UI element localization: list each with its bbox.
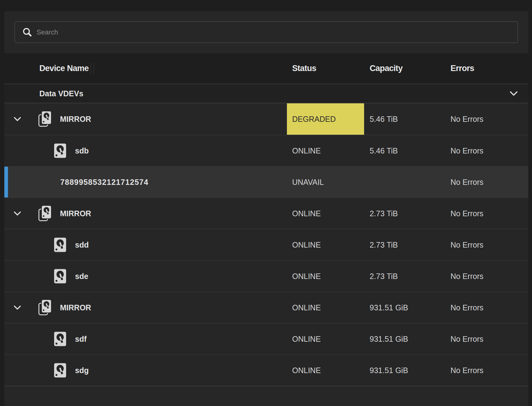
status-value: DEGRADED [292, 115, 336, 124]
capacity-cell [370, 167, 445, 197]
capacity-cell: 2.73 TiB [370, 261, 445, 292]
device-name-label: 7889958532121712574 [60, 178, 149, 187]
errors-value: No Errors [451, 303, 483, 312]
errors-value: No Errors [451, 241, 483, 249]
column-resize-handle[interactable] [90, 63, 94, 74]
device-name-cell: sdb [4, 135, 287, 166]
hard-disk-icon [54, 332, 66, 346]
table-row-mirror[interactable]: MIRROR ONLINE 2.73 TiB No Errors [4, 197, 528, 229]
chevron-down-icon[interactable] [510, 91, 518, 96]
device-name-label: MIRROR [60, 209, 91, 218]
capacity-cell: 931.51 GiB [370, 324, 445, 354]
expand-toggle-button[interactable] [12, 303, 22, 312]
capacity-value: 2.73 TiB [370, 209, 398, 218]
mirror-disks-icon [38, 206, 51, 221]
hard-disk-icon [54, 238, 66, 252]
device-rows: MIRROR DEGRADED 5.46 TiB No Errors sdb O… [4, 103, 528, 386]
column-header-status[interactable]: Status [292, 53, 316, 84]
hard-disk-icon [54, 363, 66, 378]
errors-cell: No Errors [451, 229, 528, 260]
status-cell: UNAVAIL [287, 167, 364, 197]
column-header-capacity[interactable]: Capacity [370, 53, 403, 84]
errors-value: No Errors [451, 335, 483, 344]
device-name-label: sdf [75, 335, 87, 344]
search-input[interactable]: Search [14, 21, 518, 43]
status-cell: ONLINE [287, 355, 364, 386]
capacity-value: 2.73 TiB [370, 241, 398, 249]
group-row-label: Data VDEVs [39, 89, 83, 98]
status-value: ONLINE [292, 335, 321, 344]
table-row-7889958532121712574[interactable]: 7889958532121712574 UNAVAIL No Errors [4, 166, 528, 197]
device-name-label: MIRROR [60, 115, 91, 124]
status-cell: ONLINE [287, 229, 364, 260]
chevron-down-icon [14, 211, 21, 216]
capacity-cell: 5.46 TiB [370, 135, 445, 166]
expand-toggle-button[interactable] [12, 209, 22, 218]
errors-value: No Errors [451, 272, 483, 281]
capacity-cell: 931.51 GiB [370, 292, 445, 323]
errors-value: No Errors [451, 209, 483, 218]
errors-cell: No Errors [451, 355, 528, 386]
device-name-cell: sde [4, 261, 287, 292]
errors-value: No Errors [451, 178, 483, 187]
hard-disk-icon [54, 269, 66, 284]
errors-cell: No Errors [451, 167, 528, 197]
device-name-cell: MIRROR [4, 292, 287, 323]
capacity-value: 2.73 TiB [370, 272, 398, 281]
device-name-cell: sdg [4, 355, 287, 386]
device-name-label: sdg [75, 366, 89, 375]
device-name-cell: MIRROR [4, 103, 287, 135]
mirror-disks-icon [38, 111, 51, 127]
device-name-cell: sdf [4, 324, 287, 354]
device-name-cell: sdd [4, 229, 287, 260]
expand-toggle-button[interactable] [12, 114, 22, 124]
errors-value: No Errors [451, 146, 483, 155]
table-row-sdb[interactable]: sdb ONLINE 5.46 TiB No Errors [4, 135, 528, 166]
errors-cell: No Errors [451, 198, 528, 229]
devices-panel: Search Device Name Status Capacity Error… [4, 11, 528, 406]
table-row-sde[interactable]: sde ONLINE 2.73 TiB No Errors [4, 260, 528, 292]
status-cell: ONLINE [287, 261, 364, 292]
mirror-disks-icon [38, 300, 51, 315]
table-row-mirror[interactable]: MIRROR ONLINE 931.51 GiB No Errors [4, 292, 528, 323]
table-header: Device Name Status Capacity Errors [4, 53, 528, 84]
device-name-label: sdb [75, 146, 89, 155]
status-value: ONLINE [292, 366, 321, 375]
status-value: ONLINE [292, 209, 321, 218]
errors-value: No Errors [451, 366, 483, 375]
status-cell: ONLINE [287, 324, 364, 354]
status-value: ONLINE [292, 146, 321, 155]
errors-cell: No Errors [451, 103, 528, 135]
table-row-mirror[interactable]: MIRROR DEGRADED 5.46 TiB No Errors [4, 103, 528, 135]
errors-cell: No Errors [451, 261, 528, 292]
table-row-sdg[interactable]: sdg ONLINE 931.51 GiB No Errors [4, 354, 528, 386]
device-name-label: sdd [75, 241, 89, 249]
search-icon [22, 27, 33, 38]
device-name-label: sde [75, 272, 88, 281]
column-header-errors[interactable]: Errors [451, 53, 474, 84]
capacity-value: 5.46 TiB [370, 115, 398, 124]
capacity-value: 931.51 GiB [370, 366, 408, 375]
status-value: ONLINE [292, 241, 321, 249]
capacity-cell: 2.73 TiB [370, 198, 445, 229]
capacity-value: 931.51 GiB [370, 303, 408, 312]
status-value: ONLINE [292, 272, 321, 281]
search-placeholder: Search [37, 28, 58, 36]
status-cell: ONLINE [287, 135, 364, 166]
capacity-value: 5.46 TiB [370, 146, 398, 155]
device-name-cell: MIRROR [4, 198, 287, 229]
chevron-down-icon [14, 117, 21, 121]
table-row-sdf[interactable]: sdf ONLINE 931.51 GiB No Errors [4, 323, 528, 354]
device-name-label: MIRROR [60, 303, 91, 312]
chevron-down-icon [14, 305, 21, 310]
status-cell: DEGRADED [287, 103, 364, 135]
capacity-cell: 931.51 GiB [370, 355, 445, 386]
column-header-device-name[interactable]: Device Name [39, 53, 89, 84]
status-value: UNAVAIL [292, 178, 324, 187]
capacity-cell: 5.46 TiB [370, 103, 445, 135]
status-cell: ONLINE [287, 198, 364, 229]
table-row-sdd[interactable]: sdd ONLINE 2.73 TiB No Errors [4, 229, 528, 260]
group-row-data-vdevs[interactable]: Data VDEVs [4, 84, 528, 103]
capacity-value: 931.51 GiB [370, 335, 408, 344]
errors-value: No Errors [451, 115, 483, 124]
